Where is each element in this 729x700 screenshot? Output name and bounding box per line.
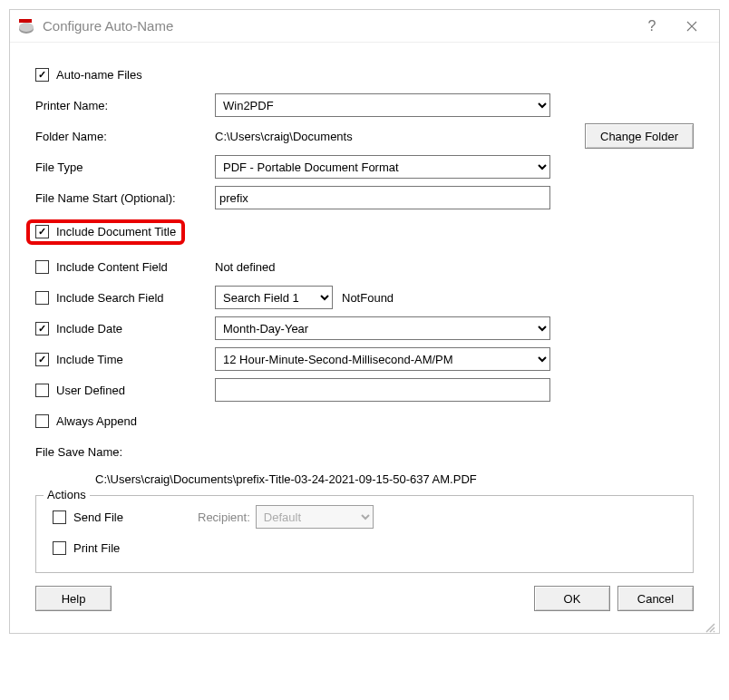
user-defined-input[interactable] [215,378,550,402]
file-save-name-preview: C:\Users\craig\Documents\prefix-Title-03… [95,472,694,486]
include-date-label: Include Date [56,322,122,335]
include-doc-title-checkbox[interactable] [35,225,49,238]
svg-rect-0 [19,19,32,23]
include-time-checkbox[interactable] [35,353,49,366]
app-icon [17,17,35,35]
file-type-label: File Type [35,160,83,174]
help-button[interactable]: Help [35,586,112,611]
include-search-field-checkbox[interactable] [35,291,49,305]
auto-name-files-checkbox[interactable] [35,68,49,82]
ok-button[interactable]: OK [534,586,610,611]
send-file-checkbox[interactable] [53,510,66,524]
file-save-name-label: File Save Name: [35,445,122,459]
window-title: Configure Auto-Name [43,18,632,34]
include-doc-title-label: Include Document Title [56,225,176,238]
file-type-select[interactable]: PDF - Portable Document Format [215,155,550,179]
print-file-label: Print File [73,541,120,555]
search-field-select[interactable]: Search Field 1 [215,286,333,309]
titlebar: Configure Auto-Name ? [10,10,719,43]
recipient-label: Recipient: [198,510,250,524]
include-content-field-checkbox[interactable] [35,260,49,274]
include-date-select[interactable]: Month-Day-Year [215,316,550,340]
dialog-content: Auto-name Files Printer Name: Win2PDF Fo… [10,43,719,620]
include-time-select[interactable]: 12 Hour-Minute-Second-Millisecond-AM/PM [215,347,550,371]
always-append-checkbox[interactable] [35,414,49,428]
dialog-window: Configure Auto-Name ? Auto-name Files Pr… [9,9,720,634]
recipient-select: Default [256,505,374,529]
user-defined-checkbox[interactable] [35,384,49,397]
send-file-label: Send File [73,510,123,524]
printer-name-select[interactable]: Win2PDF [215,93,550,117]
include-search-field-label: Include Search Field [56,291,164,305]
cancel-button[interactable]: Cancel [617,586,694,611]
actions-fieldset: Actions Send File Recipient: Default Pri… [35,495,694,573]
include-date-checkbox[interactable] [35,322,49,335]
content-field-status: Not defined [215,260,276,274]
search-field-status: NotFound [342,291,394,305]
close-button[interactable] [672,13,712,40]
svg-point-2 [19,23,34,32]
folder-name-value: C:\Users\craig\Documents [215,130,550,143]
actions-legend: Actions [44,488,90,501]
include-content-field-label: Include Content Field [56,260,168,274]
file-name-start-label: File Name Start (Optional): [35,191,176,205]
change-folder-button[interactable]: Change Folder [585,123,694,149]
user-defined-label: User Defined [56,384,125,397]
auto-name-files-label: Auto-name Files [56,68,142,82]
folder-name-label: Folder Name: [35,130,107,143]
print-file-checkbox[interactable] [53,541,66,555]
include-time-label: Include Time [56,353,123,366]
help-button-titlebar[interactable]: ? [632,13,672,40]
printer-name-label: Printer Name: [35,99,108,112]
include-doc-title-highlight: Include Document Title [26,219,185,245]
resize-grip-icon[interactable] [10,620,719,633]
always-append-label: Always Append [56,414,137,428]
file-name-start-input[interactable] [215,186,550,209]
